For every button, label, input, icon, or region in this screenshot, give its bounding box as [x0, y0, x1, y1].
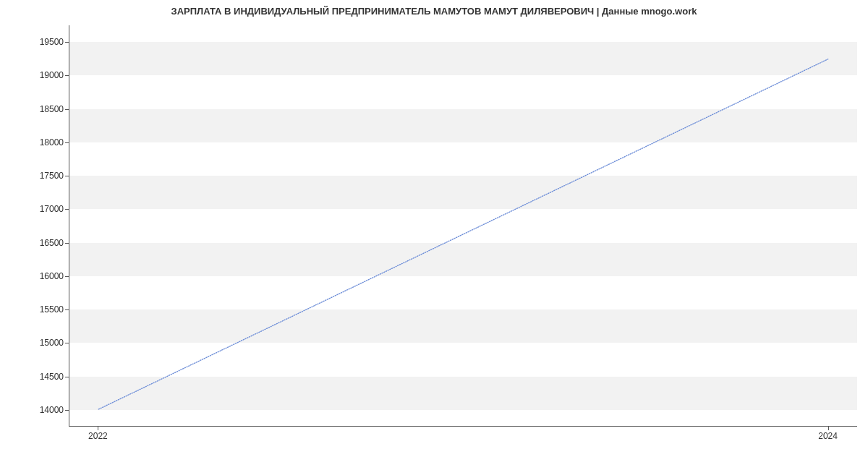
y-tick-label: 16000 [6, 271, 64, 281]
y-tick-label: 14000 [6, 405, 64, 415]
x-tick-label: 2024 [818, 431, 838, 441]
chart-title: ЗАРПЛАТА В ИНДИВИДУАЛЬНЫЙ ПРЕДПРИНИМАТЕЛ… [0, 6, 868, 17]
y-tick-label: 16500 [6, 238, 64, 248]
y-tick-label: 18000 [6, 137, 64, 148]
y-tick-label: 15500 [6, 304, 64, 315]
y-tick-label: 19000 [6, 70, 64, 80]
y-tick-label: 15000 [6, 338, 64, 348]
y-tick-label: 17000 [6, 204, 64, 214]
chart-container: ЗАРПЛАТА В ИНДИВИДУАЛЬНЫЙ ПРЕДПРИНИМАТЕЛ… [0, 0, 868, 470]
y-tick-label: 17500 [6, 171, 64, 181]
x-tick-mark [828, 427, 829, 430]
line-series [69, 25, 857, 426]
y-tick-label: 18500 [6, 104, 64, 114]
y-tick-label: 14500 [6, 372, 64, 382]
svg-line-0 [98, 59, 827, 409]
y-tick-label: 19500 [6, 37, 64, 47]
x-tick-label: 2022 [88, 431, 108, 441]
x-tick-mark [98, 427, 98, 430]
plot-area [69, 25, 857, 427]
